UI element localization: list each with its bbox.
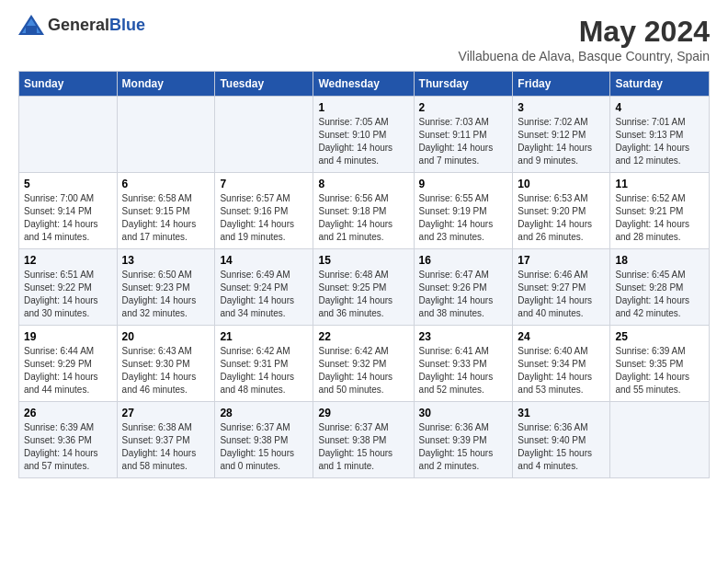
- subtitle: Villabuena de Alava, Basque Country, Spa…: [459, 49, 710, 63]
- cell-details: Sunrise: 6:47 AMSunset: 9:26 PMDaylight:…: [419, 269, 508, 320]
- svg-rect-2: [26, 26, 37, 33]
- cell-details: Sunrise: 7:05 AMSunset: 9:10 PMDaylight:…: [318, 116, 408, 167]
- logo-icon: [18, 15, 44, 35]
- cell-details: Sunrise: 6:39 AMSunset: 9:36 PMDaylight:…: [24, 421, 112, 473]
- day-number: 27: [122, 407, 210, 419]
- day-number: 19: [24, 330, 112, 343]
- week-row-2: 12Sunrise: 6:51 AMSunset: 9:22 PMDayligh…: [19, 249, 710, 326]
- calendar-cell: [610, 402, 710, 478]
- cell-details: Sunrise: 6:41 AMSunset: 9:33 PMDaylight:…: [419, 345, 508, 396]
- page: GeneralBlue May 2024 Villabuena de Alava…: [0, 0, 728, 493]
- col-wednesday: Wednesday: [313, 72, 414, 97]
- day-number: 3: [518, 101, 605, 114]
- cell-details: Sunrise: 6:37 AMSunset: 9:38 PMDaylight:…: [220, 421, 308, 473]
- day-number: 31: [518, 407, 605, 419]
- day-number: 15: [318, 254, 408, 267]
- calendar-cell: 18Sunrise: 6:45 AMSunset: 9:28 PMDayligh…: [610, 249, 710, 326]
- cell-details: Sunrise: 6:40 AMSunset: 9:34 PMDaylight:…: [518, 345, 605, 396]
- day-number: 11: [615, 178, 704, 190]
- cell-details: Sunrise: 6:55 AMSunset: 9:19 PMDaylight:…: [419, 192, 508, 244]
- cell-details: Sunrise: 6:58 AMSunset: 9:15 PMDaylight:…: [122, 192, 210, 244]
- calendar-cell: 28Sunrise: 6:37 AMSunset: 9:38 PMDayligh…: [215, 402, 313, 478]
- day-number: 18: [615, 254, 704, 267]
- calendar-cell: 8Sunrise: 6:56 AMSunset: 9:18 PMDaylight…: [313, 173, 414, 249]
- cell-details: Sunrise: 7:03 AMSunset: 9:11 PMDaylight:…: [419, 116, 508, 167]
- day-number: 2: [419, 101, 508, 114]
- cell-details: Sunrise: 6:39 AMSunset: 9:35 PMDaylight:…: [615, 345, 704, 396]
- week-row-4: 26Sunrise: 6:39 AMSunset: 9:36 PMDayligh…: [19, 402, 710, 478]
- calendar-cell: 17Sunrise: 6:46 AMSunset: 9:27 PMDayligh…: [513, 249, 610, 326]
- calendar-cell: 1Sunrise: 7:05 AMSunset: 9:10 PMDaylight…: [313, 97, 414, 173]
- col-friday: Friday: [513, 72, 610, 97]
- calendar-cell: 15Sunrise: 6:48 AMSunset: 9:25 PMDayligh…: [313, 249, 414, 326]
- calendar-cell: 7Sunrise: 6:57 AMSunset: 9:16 PMDaylight…: [215, 173, 313, 249]
- cell-details: Sunrise: 6:38 AMSunset: 9:37 PMDaylight:…: [122, 421, 210, 473]
- cell-details: Sunrise: 6:52 AMSunset: 9:21 PMDaylight:…: [615, 192, 704, 244]
- main-title: May 2024: [459, 15, 710, 49]
- calendar-cell: 25Sunrise: 6:39 AMSunset: 9:35 PMDayligh…: [610, 326, 710, 402]
- day-number: 7: [220, 178, 308, 190]
- cell-details: Sunrise: 6:48 AMSunset: 9:25 PMDaylight:…: [318, 269, 408, 320]
- cell-details: Sunrise: 6:36 AMSunset: 9:40 PMDaylight:…: [518, 421, 605, 473]
- day-number: 4: [615, 101, 704, 114]
- cell-details: Sunrise: 6:44 AMSunset: 9:29 PMDaylight:…: [24, 345, 112, 396]
- calendar-cell: 20Sunrise: 6:43 AMSunset: 9:30 PMDayligh…: [117, 326, 215, 402]
- week-row-3: 19Sunrise: 6:44 AMSunset: 9:29 PMDayligh…: [19, 326, 710, 402]
- day-number: 21: [220, 330, 308, 343]
- calendar-cell: [215, 97, 313, 173]
- cell-details: Sunrise: 6:51 AMSunset: 9:22 PMDaylight:…: [24, 269, 112, 320]
- calendar-cell: 11Sunrise: 6:52 AMSunset: 9:21 PMDayligh…: [610, 173, 710, 249]
- calendar-cell: 29Sunrise: 6:37 AMSunset: 9:38 PMDayligh…: [313, 402, 414, 478]
- day-number: 23: [419, 330, 508, 343]
- calendar-cell: 9Sunrise: 6:55 AMSunset: 9:19 PMDaylight…: [414, 173, 513, 249]
- day-number: 29: [318, 407, 408, 419]
- calendar-cell: 30Sunrise: 6:36 AMSunset: 9:39 PMDayligh…: [414, 402, 513, 478]
- calendar-cell: 2Sunrise: 7:03 AMSunset: 9:11 PMDaylight…: [414, 97, 513, 173]
- calendar-cell: 4Sunrise: 7:01 AMSunset: 9:13 PMDaylight…: [610, 97, 710, 173]
- header: GeneralBlue May 2024 Villabuena de Alava…: [18, 15, 710, 63]
- day-number: 8: [318, 178, 408, 190]
- day-number: 17: [518, 254, 605, 267]
- day-number: 22: [318, 330, 408, 343]
- logo: GeneralBlue: [18, 15, 145, 35]
- day-number: 1: [318, 101, 408, 114]
- day-number: 28: [220, 407, 308, 419]
- calendar-cell: 19Sunrise: 6:44 AMSunset: 9:29 PMDayligh…: [19, 326, 118, 402]
- day-number: 24: [518, 330, 605, 343]
- cell-details: Sunrise: 6:43 AMSunset: 9:30 PMDaylight:…: [122, 345, 210, 396]
- calendar-cell: 16Sunrise: 6:47 AMSunset: 9:26 PMDayligh…: [414, 249, 513, 326]
- col-saturday: Saturday: [610, 72, 710, 97]
- logo-blue: Blue: [109, 16, 145, 34]
- cell-details: Sunrise: 6:57 AMSunset: 9:16 PMDaylight:…: [220, 192, 308, 244]
- calendar-cell: 26Sunrise: 6:39 AMSunset: 9:36 PMDayligh…: [19, 402, 118, 478]
- calendar-cell: [19, 97, 118, 173]
- cell-details: Sunrise: 6:36 AMSunset: 9:39 PMDaylight:…: [419, 421, 508, 473]
- calendar-cell: 24Sunrise: 6:40 AMSunset: 9:34 PMDayligh…: [513, 326, 610, 402]
- logo-text: GeneralBlue: [48, 16, 145, 35]
- day-number: 12: [24, 254, 112, 267]
- day-number: 20: [122, 330, 210, 343]
- week-row-0: 1Sunrise: 7:05 AMSunset: 9:10 PMDaylight…: [19, 97, 710, 173]
- calendar-cell: 12Sunrise: 6:51 AMSunset: 9:22 PMDayligh…: [19, 249, 118, 326]
- col-monday: Monday: [117, 72, 215, 97]
- cell-details: Sunrise: 6:49 AMSunset: 9:24 PMDaylight:…: [220, 269, 308, 320]
- calendar-cell: 23Sunrise: 6:41 AMSunset: 9:33 PMDayligh…: [414, 326, 513, 402]
- cell-details: Sunrise: 6:53 AMSunset: 9:20 PMDaylight:…: [518, 192, 605, 244]
- cell-details: Sunrise: 6:56 AMSunset: 9:18 PMDaylight:…: [318, 192, 408, 244]
- calendar-cell: 31Sunrise: 6:36 AMSunset: 9:40 PMDayligh…: [513, 402, 610, 478]
- logo-general: General: [48, 16, 109, 34]
- cell-details: Sunrise: 7:02 AMSunset: 9:12 PMDaylight:…: [518, 116, 605, 167]
- day-number: 14: [220, 254, 308, 267]
- calendar-cell: 6Sunrise: 6:58 AMSunset: 9:15 PMDaylight…: [117, 173, 215, 249]
- day-number: 6: [122, 178, 210, 190]
- cell-details: Sunrise: 6:45 AMSunset: 9:28 PMDaylight:…: [615, 269, 704, 320]
- title-section: May 2024 Villabuena de Alava, Basque Cou…: [459, 15, 710, 63]
- day-number: 5: [24, 178, 112, 190]
- cell-details: Sunrise: 6:50 AMSunset: 9:23 PMDaylight:…: [122, 269, 210, 320]
- calendar-cell: 21Sunrise: 6:42 AMSunset: 9:31 PMDayligh…: [215, 326, 313, 402]
- day-number: 16: [419, 254, 508, 267]
- week-row-1: 5Sunrise: 7:00 AMSunset: 9:14 PMDaylight…: [19, 173, 710, 249]
- calendar-cell: 5Sunrise: 7:00 AMSunset: 9:14 PMDaylight…: [19, 173, 118, 249]
- header-row: Sunday Monday Tuesday Wednesday Thursday…: [19, 72, 710, 97]
- cell-details: Sunrise: 6:42 AMSunset: 9:31 PMDaylight:…: [220, 345, 308, 396]
